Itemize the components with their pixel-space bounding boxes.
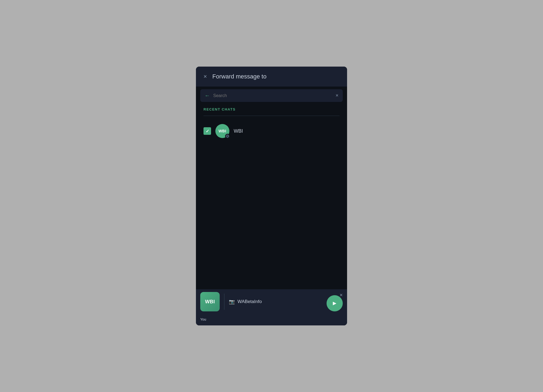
back-arrow-icon[interactable]: ←: [205, 92, 210, 99]
forward-message-modal: × Forward message to ← × RECENT CHATS ✓ …: [196, 67, 347, 325]
svg-point-0: [226, 135, 229, 137]
checkbox-container[interactable]: ✓: [203, 127, 211, 135]
badge-inner: [226, 134, 229, 138]
chat-name: WBI: [234, 128, 243, 134]
search-bar: ← ×: [200, 89, 343, 102]
avatar-initials: WBI: [219, 129, 226, 133]
checkbox-checked: ✓: [203, 127, 211, 135]
selected-contact-bar: WBI 📷 WABetaInfo × ►: [196, 289, 347, 314]
close-modal-icon[interactable]: ×: [203, 74, 207, 80]
modal-title: Forward message to: [212, 73, 267, 80]
avatar-badge: [225, 134, 230, 139]
selected-contact-info: 📷 WABetaInfo: [229, 299, 343, 305]
send-button[interactable]: ►: [327, 295, 343, 311]
search-input[interactable]: [213, 93, 332, 98]
search-clear-icon[interactable]: ×: [335, 93, 338, 98]
contact-row: 📷 WABetaInfo: [229, 299, 343, 305]
you-label-area: You: [196, 314, 347, 325]
bottom-bar: WBI 📷 WABetaInfo × ► You: [196, 289, 347, 325]
selected-avatar: WBI: [200, 292, 220, 311]
avatar: WBI: [215, 124, 229, 138]
send-icon: ►: [332, 300, 338, 307]
camera-icon: 📷: [229, 299, 235, 305]
you-label: You: [200, 317, 206, 321]
modal-body: RECENT CHATS ✓ WBI: [196, 102, 347, 289]
modal-header: × Forward message to: [196, 67, 347, 87]
contact-name: WABetaInfo: [237, 299, 262, 304]
list-item[interactable]: ✓ WBI WBI: [200, 121, 343, 141]
vertical-divider: [224, 294, 225, 310]
recent-chats-label: RECENT CHATS: [200, 107, 343, 111]
checkmark-icon: ✓: [206, 129, 209, 134]
section-divider: [203, 116, 340, 116]
selected-avatar-text: WBI: [205, 299, 215, 305]
